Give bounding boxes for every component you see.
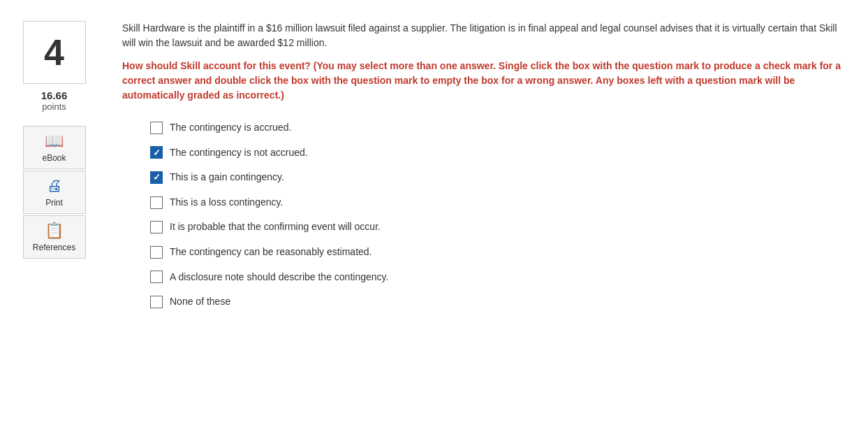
checkbox-6[interactable] bbox=[150, 246, 163, 259]
checkbox-4[interactable] bbox=[150, 196, 163, 209]
option-8[interactable]: None of these bbox=[150, 291, 847, 313]
checkbox-3[interactable] bbox=[150, 171, 163, 184]
option-2[interactable]: The contingency is not accrued. bbox=[150, 142, 847, 164]
question-instruction: How should Skill account for this event?… bbox=[122, 59, 847, 103]
checkbox-5[interactable] bbox=[150, 221, 163, 233]
ebook-label: eBook bbox=[42, 153, 66, 163]
options-list: The contingency is accrued. The continge… bbox=[122, 117, 847, 313]
print-icon: 🖨 bbox=[47, 177, 62, 195]
option-6-label: The contingency can be reasonably estima… bbox=[170, 245, 372, 259]
option-1[interactable]: The contingency is accrued. bbox=[150, 117, 847, 139]
main-content: Skill Hardware is the plaintiff in a $16… bbox=[108, 14, 868, 432]
points-text: points bbox=[41, 101, 68, 112]
references-button[interactable]: 📋 References bbox=[23, 215, 86, 259]
checkbox-7[interactable] bbox=[150, 271, 163, 283]
option-6[interactable]: The contingency can be reasonably estima… bbox=[150, 241, 847, 264]
question-number-box: 4 bbox=[23, 21, 86, 84]
option-4-label: This is a loss contingency. bbox=[170, 196, 283, 210]
option-5[interactable]: It is probable that the confirming event… bbox=[150, 216, 847, 238]
checkbox-1[interactable] bbox=[150, 122, 163, 134]
option-8-label: None of these bbox=[170, 295, 230, 309]
option-7-label: A disclosure note should describe the co… bbox=[170, 271, 388, 285]
option-3-label: This is a gain contingency. bbox=[170, 171, 284, 185]
sidebar-buttons: 📖 eBook 🖨 Print 📋 References bbox=[23, 126, 86, 259]
option-3[interactable]: This is a gain contingency. bbox=[150, 166, 847, 189]
checkbox-2[interactable] bbox=[150, 146, 163, 159]
ebook-button[interactable]: 📖 eBook bbox=[23, 126, 86, 169]
ebook-icon: 📖 bbox=[45, 132, 64, 150]
option-4[interactable]: This is a loss contingency. bbox=[150, 192, 847, 214]
option-7[interactable]: A disclosure note should describe the co… bbox=[150, 266, 847, 289]
sidebar: 4 16.66 points 📖 eBook 🖨 Print 📋 Referen… bbox=[0, 14, 108, 432]
print-button[interactable]: 🖨 Print bbox=[23, 171, 86, 214]
question-number: 4 bbox=[44, 31, 64, 73]
references-icon: 📋 bbox=[45, 222, 64, 240]
option-1-label: The contingency is accrued. bbox=[170, 121, 291, 135]
question-prompt: How should Skill account for this event? bbox=[122, 60, 314, 71]
option-5-label: It is probable that the confirming event… bbox=[170, 220, 381, 234]
print-label: Print bbox=[45, 198, 63, 208]
question-body: Skill Hardware is the plaintiff in a $16… bbox=[122, 21, 847, 50]
points-label: 16.66 points bbox=[41, 89, 68, 112]
points-value: 16.66 bbox=[41, 89, 68, 101]
option-2-label: The contingency is not accrued. bbox=[170, 146, 308, 160]
references-label: References bbox=[33, 243, 75, 252]
checkbox-8[interactable] bbox=[150, 296, 163, 308]
